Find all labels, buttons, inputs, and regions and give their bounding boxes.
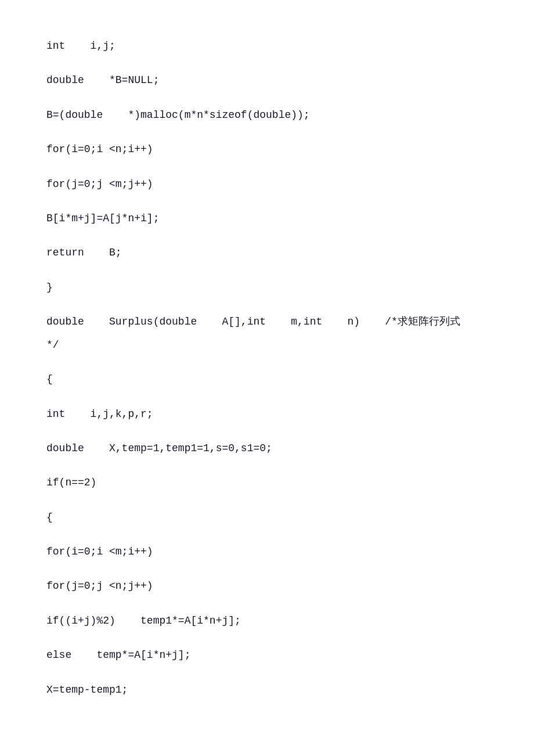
code-line: */: [46, 334, 488, 357]
empty-line: [46, 196, 488, 207]
code-line: for(i=0;i <n;i++): [46, 138, 488, 161]
code-line: for(j=0;j <n;j++): [46, 575, 488, 598]
empty-line: [46, 529, 488, 541]
empty-line: [46, 92, 488, 104]
empty-line: [46, 357, 488, 368]
code-line: B=(double *)malloc(m*n*sizeof(double));: [46, 104, 488, 127]
empty-line: [46, 231, 488, 242]
code-line: return B;: [46, 242, 488, 265]
empty-line: [46, 161, 488, 173]
code-line: }: [46, 276, 488, 300]
code-line: {: [46, 368, 488, 391]
empty-line: [46, 667, 488, 679]
empty-line: [46, 598, 488, 610]
code-line: if(n==2): [46, 471, 488, 495]
empty-line: [46, 127, 488, 138]
code-line: double *B=NULL;: [46, 69, 488, 92]
code-line: if((i+j)%2) temp1*=A[i*n+j];: [46, 610, 488, 633]
empty-line: [46, 58, 488, 70]
code-line: else temp*=A[i*n+j];: [46, 644, 488, 667]
code-line: {: [46, 506, 488, 530]
empty-line: [46, 391, 488, 403]
empty-line: [46, 632, 488, 644]
code-line: double Surplus(double A[],int m,int n) /…: [46, 311, 488, 334]
code-line: for(j=0;j <m;j++): [46, 173, 488, 196]
empty-line: [46, 564, 488, 575]
empty-line: [46, 495, 488, 506]
empty-line: [46, 426, 488, 437]
code-line: int i,j,k,p,r;: [46, 403, 488, 426]
code-block: int i,j; double *B=NULL; B=(double *)mal…: [46, 35, 488, 701]
empty-line: [46, 265, 488, 276]
code-line: for(i=0;i <m;i++): [46, 541, 488, 564]
code-line: int i,j;: [46, 35, 488, 58]
code-line: double X,temp=1,temp1=1,s=0,s1=0;: [46, 437, 488, 460]
empty-line: [46, 299, 488, 311]
code-line: X=temp-temp1;: [46, 679, 488, 702]
empty-line: [46, 460, 488, 471]
code-line: B[i*m+j]=A[j*n+i];: [46, 207, 488, 231]
